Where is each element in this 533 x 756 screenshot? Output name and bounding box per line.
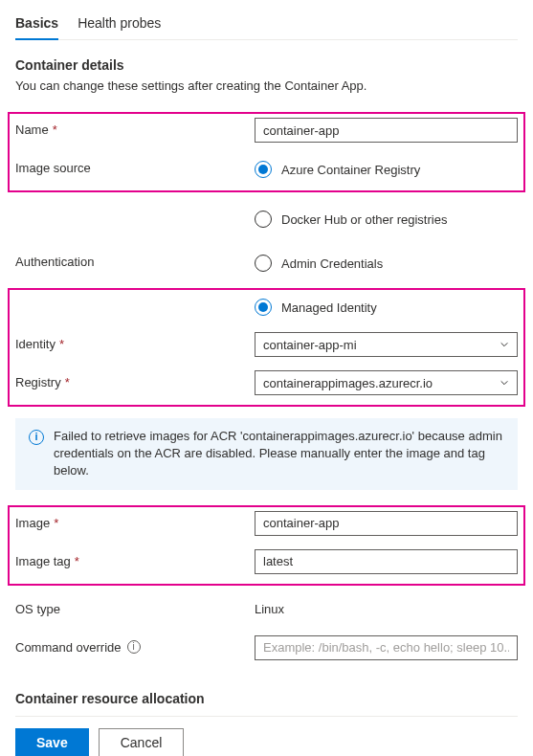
highlight-name-acr: Name* Image source Azure Container Regis… <box>8 112 525 192</box>
info-icon: i <box>29 430 44 445</box>
footer: Save Cancel <box>15 716 518 756</box>
radio-managed-identity-label: Managed Identity <box>281 300 377 315</box>
label-command-override: Command override i <box>15 635 255 655</box>
label-image-tag: Image tag* <box>15 549 255 568</box>
chevron-down-icon <box>500 378 509 388</box>
label-registry: Registry* <box>15 370 255 389</box>
command-override-input[interactable] <box>255 635 518 660</box>
label-image-source: Image source <box>15 156 255 175</box>
section-title-resource-allocation: Container resource allocation <box>15 691 518 706</box>
label-image: Image* <box>15 511 255 530</box>
radio-docker-label: Docker Hub or other registries <box>281 212 447 227</box>
registry-select[interactable]: containerappimages.azurecr.io <box>255 370 518 395</box>
highlight-identity-registry: Managed Identity Identity* container-app… <box>8 288 525 407</box>
label-identity: Identity* <box>15 332 255 351</box>
radio-admin-creds-label: Admin Credentials <box>281 256 383 271</box>
label-name: Name* <box>15 118 255 137</box>
save-button[interactable]: Save <box>15 728 89 756</box>
label-authentication: Authentication <box>15 250 255 269</box>
tab-basics[interactable]: Basics <box>15 10 58 40</box>
section-desc: You can change these settings after crea… <box>15 78 518 93</box>
chevron-down-icon <box>500 340 509 349</box>
image-input[interactable] <box>255 511 518 536</box>
info-banner-text: Failed to retrieve images for ACR 'conta… <box>54 428 504 480</box>
identity-select[interactable]: container-app-mi <box>255 332 518 357</box>
tab-bar: Basics Health probes <box>15 10 518 40</box>
tab-health-probes[interactable]: Health probes <box>78 10 161 39</box>
image-tag-input[interactable] <box>255 549 518 574</box>
radio-docker[interactable] <box>255 211 272 228</box>
label-os-type: OS type <box>15 597 255 616</box>
radio-admin-creds[interactable] <box>255 255 272 272</box>
highlight-image-tag: Image* Image tag* <box>8 505 525 586</box>
name-input[interactable] <box>255 118 518 143</box>
info-banner: i Failed to retrieve images for ACR 'con… <box>15 418 518 490</box>
radio-acr-label: Azure Container Registry <box>281 163 420 177</box>
info-icon[interactable]: i <box>127 640 141 654</box>
radio-acr[interactable] <box>255 161 272 178</box>
cancel-button[interactable]: Cancel <box>99 728 185 756</box>
radio-managed-identity[interactable] <box>255 299 272 316</box>
os-type-value: Linux <box>255 597 518 616</box>
section-title-container-details: Container details <box>15 57 518 73</box>
